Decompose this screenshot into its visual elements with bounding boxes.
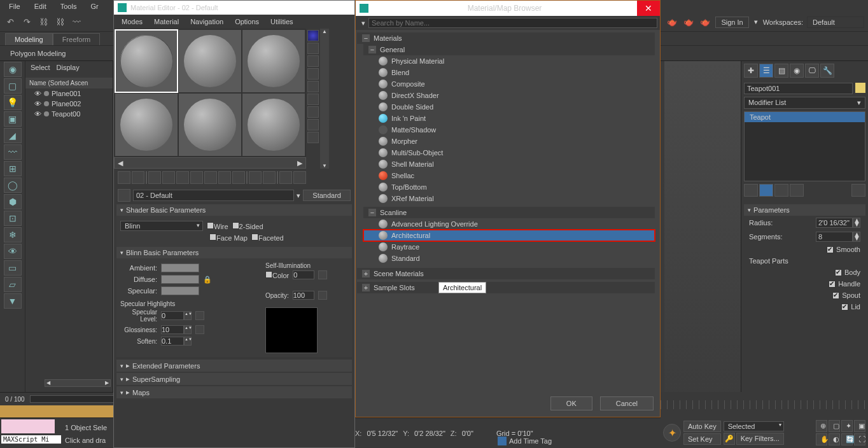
setkey-button[interactable]: Set Key [683, 433, 721, 445]
spinner-arrows[interactable]: ▲▼ [184, 325, 192, 334]
y-value[interactable]: 0'2 28/32" [414, 430, 445, 437]
make-unique-icon[interactable] [774, 184, 788, 197]
maxscript-mini-listener[interactable]: MAXScript Mi [1, 435, 61, 444]
bind-icon[interactable]: 〰 [70, 16, 83, 29]
map-slot[interactable] [195, 311, 204, 320]
backlight-icon[interactable] [307, 43, 319, 54]
diffuse-swatch[interactable] [161, 275, 199, 284]
smooth-checkbox[interactable]: Smooth [827, 246, 860, 253]
list-item[interactable]: Shellac [363, 170, 655, 181]
teapot-icon[interactable]: 🫖 [682, 16, 695, 29]
autokey-button[interactable]: Auto Key [683, 421, 721, 432]
modifier-list-dropdown[interactable]: Modifier List▾ [744, 97, 865, 109]
show-in-vp-icon[interactable] [249, 171, 262, 184]
browser-titlebar[interactable]: Material/Map Browser ✕ [356, 1, 660, 16]
make-unique-icon[interactable] [204, 171, 217, 184]
menu-file[interactable]: File [3, 1, 27, 11]
close-button[interactable]: ✕ [637, 1, 660, 16]
tool-icon[interactable]: ▱ [4, 277, 22, 292]
material-editor-titlebar[interactable]: Material Editor - 02 - Default [114, 1, 354, 15]
material-type-button[interactable]: Standard [303, 190, 351, 201]
teapot-icon[interactable]: 🫖 [666, 16, 678, 29]
explorer-display[interactable]: Display [57, 64, 80, 71]
spout-checkbox[interactable]: Spout [832, 291, 860, 299]
sample-slot[interactable] [115, 94, 178, 156]
maps-header[interactable]: ▸ Maps [116, 386, 352, 398]
ok-button[interactable]: OK [550, 396, 592, 410]
handle-checkbox[interactable]: Handle [829, 280, 860, 288]
list-item[interactable]: Ink 'n Paint [363, 113, 655, 124]
facemap-checkbox[interactable]: Face Map [209, 234, 248, 242]
set-key-large-icon[interactable]: ✦ [663, 424, 681, 442]
video-color-icon[interactable] [307, 81, 319, 92]
options-dropdown-icon[interactable]: ▾ [358, 19, 368, 27]
pick-material-icon[interactable] [118, 189, 130, 202]
radius-input[interactable] [816, 218, 853, 228]
tool-icon[interactable]: ▢ [4, 78, 22, 94]
list-item[interactable]: Composite [363, 78, 655, 90]
stack-item-selected[interactable]: Teapot [745, 112, 865, 122]
menu-utilities[interactable]: Utilities [265, 17, 298, 27]
menu-material[interactable]: Material [149, 17, 184, 27]
nav-icon[interactable]: ◐ [829, 433, 840, 445]
options-icon[interactable] [307, 106, 319, 118]
explorer-hscroll[interactable]: ◀▶ [45, 379, 111, 387]
map-slot[interactable] [318, 291, 327, 300]
wire-checkbox[interactable]: Wire [207, 222, 228, 230]
modify-tab-icon[interactable]: ☰ [759, 64, 773, 78]
color-checkbox[interactable]: Color [265, 271, 289, 279]
tab-freeform[interactable]: Freeform [53, 33, 101, 45]
ambient-swatch[interactable] [161, 263, 199, 272]
x-value[interactable]: 0'5 12/32" [367, 430, 398, 437]
sample-slot[interactable] [242, 30, 305, 92]
background-icon[interactable] [307, 55, 319, 67]
sample-slot[interactable] [179, 30, 241, 92]
nav-icon[interactable]: ▢ [829, 420, 840, 432]
mat-map-nav-icon[interactable] [307, 132, 319, 143]
make-copy-icon[interactable] [190, 171, 203, 184]
configure-sets-icon[interactable] [851, 184, 865, 197]
explorer-column-header[interactable]: Name (Sorted Ascen [25, 78, 113, 88]
segments-input[interactable] [816, 232, 853, 242]
specular-swatch[interactable] [161, 286, 199, 295]
cancel-button[interactable]: Cancel [600, 396, 654, 410]
list-item[interactable]: Matte/Shadow [363, 124, 655, 136]
nav-icon[interactable]: ✋ [816, 433, 827, 445]
workspace-dropdown[interactable]: Default [807, 17, 864, 28]
list-item[interactable]: 👁Teapot00 [34, 109, 113, 119]
sample-slot[interactable] [179, 94, 241, 156]
tool-icon[interactable]: 〰 [4, 144, 22, 160]
polygon-modeling-label[interactable]: Polygon Modeling [5, 48, 71, 59]
nav-icon[interactable]: ⛶ [854, 433, 865, 445]
display-tab-icon[interactable]: 🖵 [805, 64, 819, 78]
spinner-arrows[interactable]: ▲▼ [853, 218, 860, 228]
select-by-mat-icon[interactable] [307, 119, 319, 130]
blinn-params-header[interactable]: Blinn Basic Parameters [116, 247, 352, 258]
list-item-architectural[interactable]: Architectural [363, 230, 655, 241]
list-item[interactable]: Standard [363, 253, 655, 264]
get-material-icon[interactable] [118, 171, 130, 184]
utilities-tab-icon[interactable]: 🔧 [820, 64, 834, 78]
nav-icon[interactable]: ▣ [854, 420, 865, 432]
menu-tools[interactable]: Tools [54, 1, 83, 11]
list-item[interactable]: Physical Material [363, 55, 655, 67]
shader-params-header[interactable]: Shader Basic Parameters [116, 204, 352, 216]
menu-group[interactable]: Gr [84, 1, 104, 11]
tool-icon[interactable]: ⊡ [4, 211, 22, 226]
put-to-scene-icon[interactable] [132, 171, 144, 184]
make-preview-icon[interactable] [307, 94, 319, 105]
body-checkbox[interactable]: Body [835, 269, 860, 276]
soften-input[interactable] [161, 337, 184, 346]
go-parent-icon[interactable] [279, 171, 292, 184]
list-item[interactable]: Raytrace [363, 241, 655, 253]
speclvl-input[interactable] [161, 311, 184, 320]
menu-options[interactable]: Options [230, 17, 264, 27]
tool-icon[interactable]: ◯ [4, 178, 22, 193]
create-tab-icon[interactable]: ✚ [744, 64, 758, 78]
motion-tab-icon[interactable]: ◉ [790, 64, 804, 78]
general-group-header[interactable]: General [363, 44, 655, 55]
menu-modes[interactable]: Modes [116, 17, 148, 27]
tool-icon[interactable]: ▣ [4, 111, 22, 127]
sample-vscroll[interactable]: ▲▼ [320, 29, 329, 169]
undo-icon[interactable]: ↶ [4, 16, 17, 29]
